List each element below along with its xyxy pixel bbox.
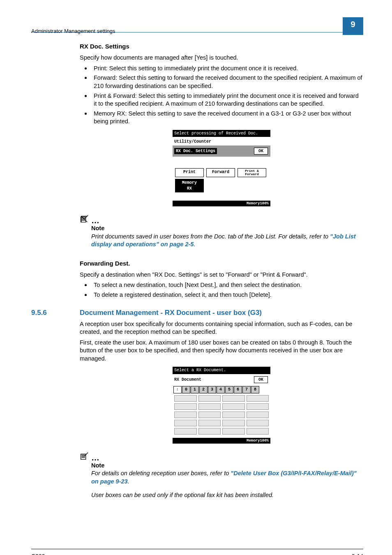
rx-document-figure: Select a RX Document. RX Document OK ↕ 0… xyxy=(173,367,270,444)
ok-button[interactable]: OK xyxy=(254,148,268,155)
tab-1[interactable]: 1 xyxy=(191,386,199,393)
tab-4[interactable]: 4 xyxy=(217,386,225,393)
print-forward-button[interactable]: Print & Forward xyxy=(238,168,266,177)
user-box-slot[interactable] xyxy=(198,403,221,410)
user-box-slot[interactable] xyxy=(222,395,245,402)
tab-0[interactable]: 0 xyxy=(182,386,190,393)
user-box-slot[interactable] xyxy=(174,428,197,435)
note-label: Note xyxy=(91,224,363,233)
rx-doc-bullet: Print & Forward: Select this setting to … xyxy=(80,92,363,108)
lcd-prompt: Select processing of Received Doc. xyxy=(173,130,270,137)
user-box-slot[interactable] xyxy=(222,420,245,426)
user-box-slot[interactable] xyxy=(198,395,221,402)
print-button[interactable]: Print xyxy=(175,168,204,177)
note-body: For details on deleting reception user b… xyxy=(91,469,363,486)
note-body-2: User boxes can be used only if the optio… xyxy=(91,491,363,500)
user-box-slot[interactable] xyxy=(174,420,197,426)
rx-doc-intro: Specify how documents are managed after … xyxy=(80,54,363,62)
lcd2-prompt: Select a RX Document. xyxy=(173,367,270,374)
tab-5[interactable]: 5 xyxy=(225,386,233,393)
fwd-bullet: To select a new destination, touch [Next… xyxy=(80,281,363,289)
footer-left: C200 xyxy=(31,553,45,555)
user-box-slot[interactable] xyxy=(222,428,245,435)
memory-rx-button[interactable]: Memory RX xyxy=(175,179,204,192)
user-box-slot[interactable] xyxy=(198,428,221,435)
lcd-title: RX Doc. Settings xyxy=(174,148,217,155)
chapter-number: 9 xyxy=(343,17,363,35)
lcd2-tabs: ↕ 0 1 2 3 4 5 6 7 8 xyxy=(173,385,270,393)
fwd-bullet: To delete a registered destination, sele… xyxy=(80,291,363,299)
tab-7[interactable]: 7 xyxy=(242,386,251,393)
user-box-slot[interactable] xyxy=(222,412,245,418)
user-box-slot[interactable] xyxy=(198,412,221,418)
rx-doc-settings-figure: Select processing of Received Doc. Utili… xyxy=(173,130,270,207)
note-body: Print documents saved in user boxes from… xyxy=(91,233,363,249)
user-box-slot[interactable] xyxy=(247,395,269,402)
forward-button[interactable]: Forward xyxy=(206,168,235,177)
tab-6[interactable]: 6 xyxy=(234,386,242,393)
user-box-slot[interactable] xyxy=(174,412,197,418)
user-box-slot[interactable] xyxy=(247,403,269,410)
user-box-slot[interactable] xyxy=(222,403,245,410)
user-box-slot[interactable] xyxy=(247,428,269,435)
lcd2-memory-status: Memory100% xyxy=(173,438,270,444)
user-box-slot[interactable] xyxy=(247,420,269,426)
user-box-slot[interactable] xyxy=(174,395,197,402)
footer-right: 9-14 xyxy=(352,553,363,555)
tab-3[interactable]: 3 xyxy=(208,386,216,393)
section-p1: A reception user box specifically for do… xyxy=(80,320,363,336)
header-left-text: Administrator Management settings xyxy=(31,28,115,35)
tab-2[interactable]: 2 xyxy=(199,386,208,393)
rx-doc-bullet: Print: Select this setting to immediatel… xyxy=(80,65,363,73)
user-box-slot[interactable] xyxy=(198,420,221,426)
user-box-slot[interactable] xyxy=(174,403,197,410)
tab-8[interactable]: 8 xyxy=(251,386,259,393)
rx-doc-bullet: Memory RX: Select this setting to save t… xyxy=(80,110,363,126)
fwd-intro: Specify a destination when "RX Doc. Sett… xyxy=(80,271,363,279)
lcd-title-bar: RX Doc. Settings OK xyxy=(173,146,270,157)
note-dots: … xyxy=(91,453,99,462)
ok-button[interactable]: OK xyxy=(254,376,268,384)
section-number: 9.5.6 xyxy=(31,308,80,318)
note-label: Note xyxy=(91,462,363,470)
forwarding-dest-heading: Forwarding Dest. xyxy=(80,259,363,268)
rx-doc-settings-heading: RX Doc. Settings xyxy=(80,42,363,51)
rx-doc-bullet: Forward: Select this setting to forward … xyxy=(80,74,363,90)
section-p2: First, create the user box. A maximum of… xyxy=(80,339,363,363)
tab-scroll[interactable]: ↕ xyxy=(173,386,182,393)
note-icon xyxy=(80,456,90,462)
lcd-memory-status: Memory100% xyxy=(173,201,270,206)
note-dots: … xyxy=(91,216,99,225)
user-box-slot[interactable] xyxy=(247,412,269,418)
section-title: Document Management - RX Document - user… xyxy=(80,308,363,318)
note-icon xyxy=(80,218,90,225)
lcd-breadcrumb: Utility/Counter xyxy=(173,137,270,146)
lcd2-title: RX Document xyxy=(174,377,201,383)
